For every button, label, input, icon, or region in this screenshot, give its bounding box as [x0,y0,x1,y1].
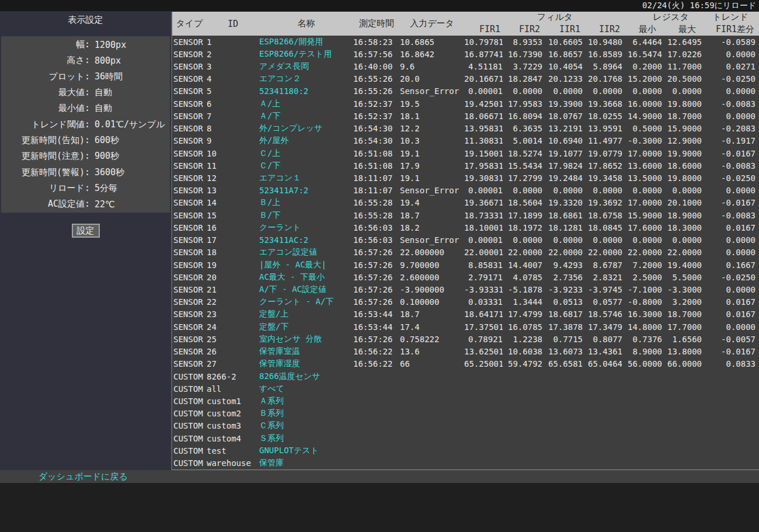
cell-fir1: 10.79781 [464,36,503,48]
cell-name-link[interactable]: クーラント - A/下 [259,296,353,308]
cell-name-link[interactable]: A/下 - AC設定値 [259,283,353,295]
cell-name-link[interactable]: 保管庫湿度 [259,358,353,370]
cell-name-link[interactable]: Ｓ系列 [259,432,353,444]
cell-fir1-diff: 0.0000 [702,234,759,246]
cell-input-data: 19.4 [400,197,464,209]
sensor-row: CUSTOM custom2 Ｂ系列 [172,408,759,420]
cell-iir1: 18.0767 [542,110,583,122]
cell-min: 0.0000 [622,234,662,246]
cell-name-link[interactable]: ESP8266/テスト用 [259,48,353,60]
cell-fir1: 0.00001 [464,185,503,197]
cell-name-link[interactable]: Ｂ系列 [259,408,353,420]
cell-name-link[interactable]: Ｂ/下 [259,209,353,221]
cell-name-link[interactable]: Ｂ/上 [259,197,353,209]
cell-fir2: 16.7390 [503,48,542,60]
cell-name-link[interactable]: 定盤/下 [259,321,353,333]
cell-name-link[interactable]: エアコン２ [259,73,353,85]
cell-fir1: 19.30831 [464,172,503,184]
cell-iir1 [542,370,583,383]
cell-name-link[interactable]: アメダス長岡 [259,60,353,72]
cell-id: 17 [207,234,259,246]
cell-name-link[interactable]: Ｃ系列 [259,420,353,432]
cell-name-link[interactable]: 保管庫室温 [259,345,353,357]
cell-input-data: 18.7 [400,209,464,221]
cell-input-data [400,383,464,395]
cell-type: SENSOR [172,333,207,345]
cell-fir2: 17.4799 [503,308,542,321]
cell-id: 16 [207,221,259,234]
sensor-table: タイプ ID 名称 測定時間 入力データ フィルタ レジスタ トレンド FIR1… [172,12,759,470]
col-header-fir1-diff: FIR1差分 [702,23,759,36]
cell-name-link[interactable]: すべて [259,383,353,395]
cell-iir2: 18.6758 [583,209,622,221]
cell-name-link[interactable]: Ｃ/下 [259,159,353,172]
cell-name-link[interactable]: Ｃ/上 [259,147,353,159]
cell-measure-time: 16:55:28 [353,209,400,221]
cell-iir1: 18.6861 [542,209,583,221]
cell-input-data: -3.900000 [400,283,464,295]
cell-min: 17.0000 [622,197,662,209]
cell-name-link[interactable]: 定盤/上 [259,308,353,321]
cell-iir2: 65.0464 [583,358,622,370]
cell-name-link[interactable]: クーラント [259,221,353,234]
cell-type: SENSOR [172,185,207,197]
setting-row: 更新時間(警報): 3600秒 [1,164,170,180]
cell-name-link[interactable]: Ａ系列 [259,395,353,407]
cell-iir1: 65.6581 [542,358,583,370]
sensor-row: CUSTOM 8266-2 8266温度センサ [172,370,759,383]
cell-name-link[interactable]: Ａ/下 [259,110,353,122]
setting-row: 最大値: 自動 [1,85,170,100]
cell-input-data [400,408,464,420]
cell-iir2 [583,370,622,383]
cell-name-link[interactable]: エアコン１ [259,172,353,184]
cell-measure-time [353,395,400,407]
cell-name-link[interactable]: 外/屋外 [259,135,353,147]
sensor-row: CUSTOM custom4 Ｓ系列 [172,432,759,444]
cell-name-link[interactable]: 8266温度センサ [259,370,353,383]
cell-name-link[interactable]: Ａ/上 [259,98,353,110]
apply-settings-button[interactable]: 設定 [72,224,100,238]
cell-max [662,444,702,457]
cell-name-link[interactable]: 523411AC:2 [259,234,353,246]
cell-name-link[interactable]: GNUPLOTテスト [259,444,353,457]
cell-iir2: 13.9591 [583,123,622,135]
group-header-register: レジスタ [622,12,702,23]
cell-name-link[interactable]: AC最大 - 下最小 [259,271,353,283]
cell-min: 7.2000 [622,259,662,271]
cell-name-link[interactable]: ESP8266/開発用 [259,36,353,48]
col-header-iir1: IIR1 [542,23,583,36]
setting-row: トレンド閾値: 0.01℃/サンプル [1,116,170,132]
cell-type: SENSOR [172,321,207,333]
cell-input-data: 12.2 [400,123,464,135]
cell-name-link[interactable]: |屋外 - AC最大| [259,259,353,271]
cell-name-link[interactable]: 室内センサ 分散 [259,333,353,345]
cell-iir2: 2.8321 [583,271,622,283]
sensor-row: SENSOR 14 Ｂ/上 16:55:28 19.4 19.36671 18.… [172,197,759,209]
cell-fir1-diff: -0.0167 [702,197,759,209]
cell-input-data: 22.000000 [400,246,464,259]
cell-iir2: 18.5746 [583,308,622,321]
cell-max: 12.6495 [662,36,702,48]
cell-name-link[interactable]: 52341180:2 [259,85,353,98]
cell-id: 1 [207,36,259,48]
cell-fir1: -3.93331 [464,283,503,295]
cell-measure-time: 16:55:28 [353,197,400,209]
cell-name-link[interactable]: 523411A7:2 [259,185,353,197]
cell-measure-time: 16:57:26 [353,296,400,308]
cell-fir1-diff: -0.2083 [702,123,759,135]
cell-type: SENSOR [172,345,207,357]
cell-max: 11.7000 [662,60,702,72]
cell-iir2 [583,383,622,395]
back-to-dashboard-link[interactable]: ダッシュボードに戻る [39,471,128,482]
cell-name-link[interactable]: 保管庫 [259,457,353,469]
cell-name-link[interactable]: 外/コンプレッサ [259,123,353,135]
cell-name-link[interactable]: エアコン設定値 [259,246,353,259]
cell-iir1 [542,432,583,444]
cell-iir1: 17.9824 [542,159,583,172]
cell-max: 1.6560 [662,333,702,345]
cell-fir2: 18.5604 [503,197,542,209]
cell-max: 17.0226 [662,48,702,60]
cell-iir1: 19.3900 [542,98,583,110]
cell-fir1-diff: -0.0589 [702,36,759,48]
cell-iir2 [583,457,622,469]
